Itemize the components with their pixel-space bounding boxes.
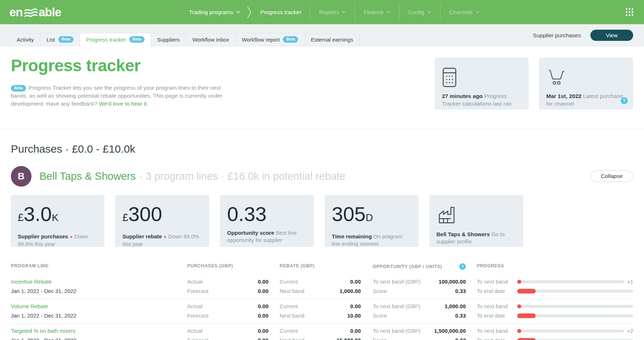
program-line-dates: Jan 1, 2022 - Dec 31, 2022 <box>11 311 187 320</box>
stat-label: Bell Taps & Showers Go to supplier profi… <box>436 231 516 246</box>
stat-card-supplier-rebate: £300 Supplier rebate▼Down 99.0% this yea… <box>116 195 209 247</box>
latest-purchase-date: Mar 1st, 2022 <box>546 93 581 99</box>
purchases-band: Purchases · £0.0 - £10.0k B Bell Taps & … <box>0 129 644 275</box>
band-title: Purchases · £0.0 - £10.0k <box>11 129 633 155</box>
table-row: Targeted % on bath mixers Jan 1, 2022 - … <box>11 324 633 340</box>
program-line-link[interactable]: Incentive Rebate <box>11 277 52 286</box>
stat-label: Supplier purchases▼Down 99.8% this year <box>18 233 97 248</box>
avatar: B <box>11 166 32 187</box>
tab-progress-tracker[interactable]: Progress tracker Beta <box>80 33 151 46</box>
rebate-cell: Current0.00 Next band10.00 <box>280 302 373 320</box>
purchases-cell: Actual0.00 Forecast0.00 <box>187 326 280 340</box>
tab-workflow-inbox[interactable]: Workflow inbox <box>186 33 235 46</box>
supplier-meta: · 3 program lines · £16.0k in potential … <box>139 170 345 182</box>
stat-card-supplier-purchases: £3.0K Supplier purchases▼Down 99.8% this… <box>11 195 104 247</box>
nav-channels[interactable]: Channels <box>440 9 489 16</box>
progress-bar-end-date <box>517 339 633 340</box>
program-line-cell: Volume Rebate Jan 1, 2022 - Dec 31, 2022 <box>11 302 187 320</box>
factory-icon <box>437 205 457 225</box>
collapse-button[interactable]: Collapse <box>590 170 633 182</box>
program-line-link[interactable]: Volume Rebate <box>11 302 48 311</box>
logo-wave-icon <box>24 8 38 18</box>
tab-workflow-report[interactable]: Workflow report Beta <box>235 33 305 46</box>
header-program-line: PROGRAM LINE <box>11 263 187 270</box>
nav-trading-programs[interactable]: Trading programs <box>180 9 249 16</box>
progress-bar-next-band <box>517 280 624 283</box>
chevron-down-icon <box>476 11 480 13</box>
program-line-cell: Incentive Rebate Jan 1, 2022 - Dec 31, 2… <box>11 277 187 296</box>
latest-purchase-text: Mar 1st, 2022 Latest purchase for channe… <box>546 92 626 107</box>
header-progress: PROGRESS <box>477 263 633 270</box>
stat-label: Time remaining On program line ending so… <box>332 233 411 248</box>
tab-list[interactable]: List Beta <box>40 33 80 46</box>
calc-last-ran-text: 27 minutes ago Progress Tracker calculat… <box>442 92 522 107</box>
rebate-cell: Current0.00 Next band15,000.00 <box>280 326 373 340</box>
header-purchases: PURCHASES (GBP) <box>187 263 280 270</box>
header-rebate: REBATE (GBP) <box>280 263 373 270</box>
progress-suffix: +1 <box>627 279 633 285</box>
trend-down-icon: ▼ <box>69 235 73 239</box>
nav-current-page-label: Progress tracker <box>260 9 302 16</box>
help-icon[interactable]: ? <box>621 97 628 104</box>
feedback-link[interactable]: We'd love to hear it. <box>99 101 148 107</box>
calc-last-ran-time: 27 minutes ago <box>442 93 483 99</box>
apps-grid-icon[interactable] <box>624 7 635 17</box>
beta-badge: Beta <box>129 36 145 43</box>
logo-text-suffix: able <box>39 5 61 19</box>
header-opportunity: OPPORTUNITY (GBP / UNITS) ? <box>373 263 477 270</box>
stat-value: 0.33 <box>227 200 307 228</box>
nav-finance[interactable]: Finance <box>355 9 399 16</box>
table-header: PROGRAM LINE PURCHASES (GBP) REBATE (GBP… <box>11 263 633 275</box>
progress-cell: To next band To end date <box>477 302 633 320</box>
nav-current-page[interactable]: Progress tracker <box>252 9 310 16</box>
program-line-dates: Jan 1, 2022 - Dec 31, 2022 <box>11 286 187 296</box>
app-logo[interactable]: en able <box>9 5 61 19</box>
progress-cell: To next band +2 To end date <box>477 326 633 340</box>
progress-bar-next-band <box>517 330 624 332</box>
tab-suppliers[interactable]: Suppliers <box>151 33 187 46</box>
supplier-purchases-label: Supplier purchases <box>533 32 581 39</box>
view-button[interactable]: View <box>590 30 633 41</box>
stat-cards: £3.0K Supplier purchases▼Down 99.8% this… <box>11 195 633 247</box>
stat-value: £3.0K <box>18 200 97 232</box>
trend-down-icon: ▼ <box>163 235 167 239</box>
stat-card-time-remaining: 305D Time remaining On program line endi… <box>325 195 418 247</box>
program-line-link[interactable]: Targeted % on bath mixers <box>11 326 75 336</box>
help-icon[interactable]: ? <box>459 263 466 270</box>
rebate-cell: Current0.00 Next band1,000.00 <box>280 277 373 296</box>
supplier-name-link[interactable]: Bell Taps & Showers <box>39 170 135 182</box>
main-nav: Trading programs Progress tracker Report… <box>180 0 488 24</box>
stat-card-opportunity-score: 0.33 Opportunity score Best line opportu… <box>220 195 314 247</box>
beta-badge: Beta <box>58 36 74 43</box>
chevron-down-icon <box>386 11 390 13</box>
logo-text-prefix: en <box>9 5 23 19</box>
top-nav: en able Trading programs Progress tracke… <box>0 0 644 24</box>
stat-card-supplier-profile[interactable]: Bell Taps & Showers Go to supplier profi… <box>430 195 523 247</box>
program-line-cell: Targeted % on bath mixers Jan 1, 2022 - … <box>11 326 187 340</box>
stat-value: £300 <box>122 200 202 232</box>
program-lines-table: Incentive Rebate Jan 1, 2022 - Dec 31, 2… <box>0 275 644 340</box>
progress-bar-end-date <box>517 314 633 317</box>
opportunity-cell: To next band (GBP)1,500,000.00 Score0.33 <box>373 326 477 340</box>
progress-bar-end-date <box>517 290 633 293</box>
tab-strip: Activity List Beta Progress tracker Beta… <box>0 24 644 46</box>
supplier-purchases-actions: Supplier purchases View <box>533 30 633 41</box>
nav-config[interactable]: Config <box>400 9 440 16</box>
hero-cards: 27 minutes ago Progress Tracker calculat… <box>435 58 633 109</box>
table-row: Incentive Rebate Jan 1, 2022 - Dec 31, 2… <box>11 275 633 299</box>
tab-external-earnings[interactable]: External earnings <box>304 33 360 46</box>
info-card-calculations: 27 minutes ago Progress Tracker calculat… <box>435 58 528 109</box>
progress-cell: To next band +1 To end date <box>477 277 633 296</box>
purchases-cell: Actual0.00 Forecast0.00 <box>187 277 280 296</box>
opportunity-cell: To next band (GBP)1,000.00 Score0.33 <box>373 302 477 320</box>
stat-label: Opportunity score Best line opportunity … <box>227 229 307 244</box>
stat-label: Supplier rebate▼Down 99.0% this year <box>122 233 202 248</box>
nav-trading-programs-label: Trading programs <box>189 9 233 16</box>
stat-value: 305D <box>332 200 411 232</box>
tab-activity[interactable]: Activity <box>10 33 41 46</box>
breadcrumb-separator-icon <box>247 6 252 19</box>
tabs: Activity List Beta Progress tracker Beta… <box>10 33 359 46</box>
beta-badge: Beta <box>11 85 26 92</box>
page-description: BetaProgress Tracker lets you see the pr… <box>11 84 233 108</box>
nav-reports[interactable]: Reports <box>310 9 354 16</box>
